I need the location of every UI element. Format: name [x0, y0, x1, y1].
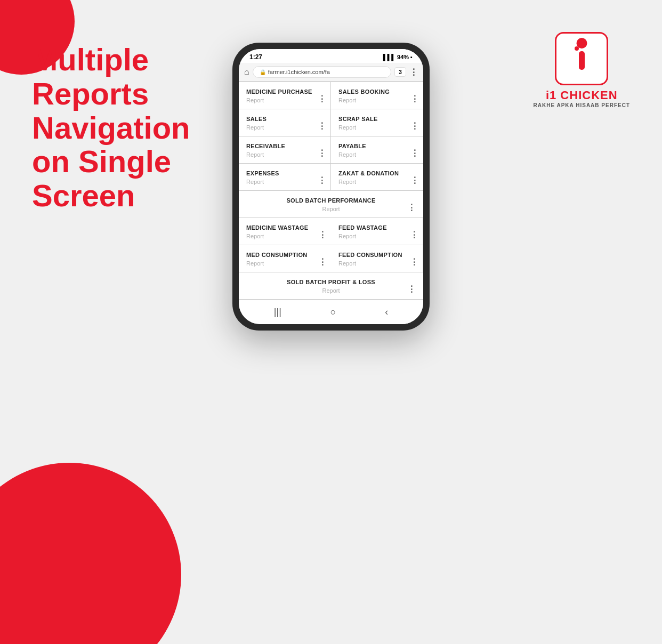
- report-title: EXPENSES: [246, 170, 323, 176]
- report-title: SOLD BATCH PERFORMANCE: [246, 197, 416, 204]
- report-sub: Report: [322, 206, 340, 212]
- report-title: SALES: [246, 116, 323, 122]
- dots-menu-icon[interactable]: ⋮: [318, 122, 326, 131]
- logo-icon: [567, 37, 596, 80]
- dots-menu-icon[interactable]: ⋮: [318, 231, 327, 239]
- report-sub: Report: [338, 260, 356, 267]
- report-title: SCRAP SALE: [338, 116, 416, 122]
- report-grid: MEDICINE PURCHASE Report ⋮ SALES BOOKING…: [239, 82, 423, 300]
- report-payable[interactable]: PAYABLE Report ⋮: [331, 136, 423, 164]
- report-title: MEDICINE PURCHASE: [246, 88, 323, 95]
- report-title: MED CONSUMPTION: [246, 252, 324, 258]
- dots-menu-icon[interactable]: ⋮: [410, 258, 418, 267]
- url-text: farmer.i1chicken.com/fa: [268, 69, 330, 75]
- report-med-consumption[interactable]: MED CONSUMPTION Report ⋮: [239, 245, 331, 272]
- left-section: Multiple Reports Navigation on Single Sc…: [32, 43, 190, 213]
- logo-tagline: RAKHE APKA HISAAB PERFECT: [534, 102, 631, 108]
- svg-rect-1: [579, 51, 585, 70]
- status-icons: ▌▌▌ 94% ▪: [383, 54, 413, 60]
- report-scrap-sale[interactable]: SCRAP SALE Report ⋮: [331, 109, 423, 136]
- main-title: Multiple Reports Navigation on Single Sc…: [32, 43, 190, 213]
- dots-menu-icon[interactable]: ⋮: [410, 95, 419, 103]
- report-sub: Report: [322, 287, 340, 294]
- report-sub: Report: [246, 151, 264, 158]
- dots-menu-icon[interactable]: ⋮: [410, 176, 419, 185]
- dots-menu-icon[interactable]: ⋮: [410, 231, 418, 239]
- report-sub: Report: [246, 179, 264, 185]
- report-title: RECEIVABLE: [246, 143, 323, 149]
- report-sub: Report: [338, 151, 356, 158]
- bottom-nav: ||| ○ ‹: [239, 300, 423, 324]
- logo-section: i1 CHICKEN RAKHE APKA HISAAB PERFECT: [534, 32, 631, 108]
- report-title: SOLD BATCH PROFIT & LOSS: [246, 279, 416, 285]
- report-sub: Report: [246, 260, 264, 267]
- svg-point-2: [575, 46, 579, 51]
- phone-outer: 1:27 ▌▌▌ 94% ▪ ⌂ 🔒 farmer.i1chicken.com/…: [232, 43, 430, 331]
- dots-menu-icon[interactable]: ⋮: [410, 149, 419, 158]
- report-sub: Report: [246, 233, 264, 239]
- logo-box: [555, 32, 608, 85]
- browser-menu-icon[interactable]: ⋮: [409, 67, 418, 77]
- report-sub: Report: [246, 124, 264, 131]
- status-bar: 1:27 ▌▌▌ 94% ▪: [239, 49, 423, 63]
- phone-wrapper: 1:27 ▌▌▌ 94% ▪ ⌂ 🔒 farmer.i1chicken.com/…: [232, 43, 430, 331]
- report-sales-booking[interactable]: SALES BOOKING Report ⋮: [331, 82, 423, 109]
- phone-screen: 1:27 ▌▌▌ 94% ▪ ⌂ 🔒 farmer.i1chicken.com/…: [239, 49, 423, 324]
- report-sub: Report: [338, 233, 356, 239]
- report-title: ZAKAT & DONATION: [338, 170, 416, 176]
- report-expenses[interactable]: EXPENSES Report ⋮: [239, 164, 331, 191]
- dots-menu-icon[interactable]: ⋮: [318, 149, 326, 158]
- logo-brand: i1 CHICKEN: [546, 88, 618, 102]
- dots-menu-icon[interactable]: ⋮: [407, 285, 416, 294]
- report-sold-batch-performance[interactable]: SOLD BATCH PERFORMANCE Report ⋮: [239, 191, 423, 218]
- report-title: SALES BOOKING: [338, 88, 416, 95]
- dots-menu-icon[interactable]: ⋮: [318, 258, 327, 267]
- dots-menu-icon[interactable]: ⋮: [318, 176, 326, 185]
- battery-text: 94%: [397, 54, 409, 60]
- report-sub: Report: [338, 124, 356, 131]
- dots-menu-icon[interactable]: ⋮: [410, 122, 419, 131]
- report-sold-batch-profit-loss[interactable]: SOLD BATCH PROFIT & LOSS Report ⋮: [239, 272, 423, 300]
- report-title: FEED WASTAGE: [338, 224, 415, 231]
- report-medicine-wastage[interactable]: MEDICINE WASTAGE Report ⋮: [239, 218, 331, 245]
- battery-icon: ▪: [410, 54, 413, 60]
- nav-menu-button[interactable]: |||: [274, 307, 281, 318]
- bg-circle-decoration: [0, 463, 181, 644]
- report-title: FEED CONSUMPTION: [338, 252, 415, 258]
- home-icon[interactable]: ⌂: [244, 67, 249, 77]
- dots-menu-icon[interactable]: ⋮: [407, 204, 416, 212]
- report-zakat-donation[interactable]: ZAKAT & DONATION Report ⋮: [331, 164, 423, 191]
- dots-menu-icon[interactable]: ⋮: [318, 95, 326, 103]
- report-title: MEDICINE WASTAGE: [246, 224, 324, 231]
- nav-home-button[interactable]: ○: [330, 307, 336, 318]
- status-time: 1:27: [249, 53, 262, 61]
- tab-count[interactable]: 3: [394, 67, 406, 77]
- report-sub: Report: [338, 97, 356, 103]
- nav-back-button[interactable]: ‹: [385, 307, 388, 318]
- report-medicine-purchase[interactable]: MEDICINE PURCHASE Report ⋮: [239, 82, 331, 109]
- signal-icon: ▌▌▌: [383, 54, 395, 60]
- url-bar[interactable]: 🔒 farmer.i1chicken.com/fa: [253, 66, 391, 78]
- report-feed-wastage[interactable]: FEED WASTAGE Report ⋮: [331, 218, 423, 245]
- report-sales[interactable]: SALES Report ⋮: [239, 109, 331, 136]
- report-title: PAYABLE: [338, 143, 416, 149]
- report-feed-consumption[interactable]: FEED CONSUMPTION Report ⋮: [331, 245, 423, 272]
- lock-icon: 🔒: [260, 69, 266, 75]
- browser-bar[interactable]: ⌂ 🔒 farmer.i1chicken.com/fa 3 ⋮: [239, 63, 423, 82]
- report-sub: Report: [246, 97, 264, 103]
- report-sub: Report: [338, 179, 356, 185]
- report-receivable[interactable]: RECEIVABLE Report ⋮: [239, 136, 331, 164]
